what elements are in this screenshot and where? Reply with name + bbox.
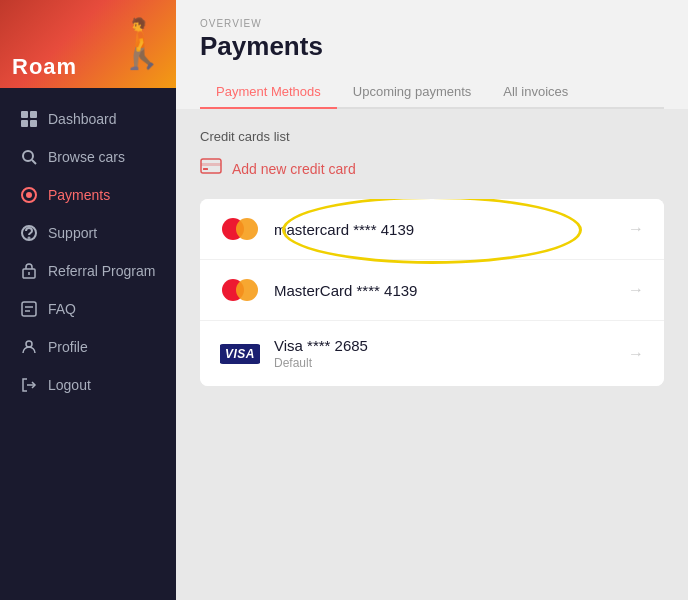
mastercard-logo-2 bbox=[220, 276, 260, 304]
mc-orange-circle bbox=[236, 218, 258, 240]
section-label: Credit cards list bbox=[200, 129, 664, 144]
card-info-1: mastercard **** 4139 bbox=[274, 221, 628, 238]
card-item-wrapper-highlighted: mastercard **** 4139 → bbox=[200, 199, 664, 260]
svg-rect-12 bbox=[22, 302, 36, 316]
profile-icon bbox=[20, 338, 38, 356]
sidebar-logo: Roam bbox=[12, 54, 77, 80]
card-name-3: Visa **** 2685 bbox=[274, 337, 628, 354]
sidebar: 🚶 Roam Dashboard Browse car bbox=[0, 0, 176, 600]
tab-payment-methods[interactable]: Payment Methods bbox=[200, 76, 337, 109]
svg-point-7 bbox=[26, 192, 32, 198]
add-card-row[interactable]: Add new credit card bbox=[200, 158, 664, 179]
card-info-2: MasterCard **** 4139 bbox=[274, 282, 628, 299]
sidebar-item-profile[interactable]: Profile bbox=[0, 328, 176, 366]
tab-upcoming-payments[interactable]: Upcoming payments bbox=[337, 76, 488, 109]
overview-label: OVERVIEW bbox=[200, 18, 664, 29]
svg-rect-2 bbox=[21, 120, 28, 127]
card-sub-3: Default bbox=[274, 356, 628, 370]
faq-icon bbox=[20, 300, 38, 318]
sidebar-hero: 🚶 Roam bbox=[0, 0, 176, 88]
main-content: OVERVIEW Payments Payment Methods Upcomi… bbox=[176, 0, 688, 600]
add-card-label: Add new credit card bbox=[232, 161, 356, 177]
svg-rect-19 bbox=[203, 168, 208, 170]
svg-rect-1 bbox=[30, 111, 37, 118]
visa-logo: VISA bbox=[220, 340, 260, 368]
svg-point-4 bbox=[23, 151, 33, 161]
sidebar-item-logout[interactable]: Logout bbox=[0, 366, 176, 404]
grid-icon bbox=[20, 110, 38, 128]
main-body: Credit cards list Add new credit card bbox=[176, 109, 688, 406]
card-item-mastercard-lower[interactable]: mastercard **** 4139 → bbox=[200, 199, 664, 260]
svg-point-9 bbox=[29, 238, 30, 239]
card-name-2: MasterCard **** 4139 bbox=[274, 282, 628, 299]
card-info-3: Visa **** 2685 Default bbox=[274, 337, 628, 370]
card-name-1: mastercard **** 4139 bbox=[274, 221, 628, 238]
card-arrow-1: → bbox=[628, 220, 644, 238]
svg-point-15 bbox=[26, 341, 32, 347]
sidebar-item-profile-label: Profile bbox=[48, 339, 88, 355]
svg-rect-0 bbox=[21, 111, 28, 118]
support-icon bbox=[20, 224, 38, 242]
sidebar-item-dashboard-label: Dashboard bbox=[48, 111, 117, 127]
tab-all-invoices[interactable]: All invoices bbox=[487, 76, 584, 109]
tabs-bar: Payment Methods Upcoming payments All in… bbox=[200, 76, 664, 109]
card-arrow-3: → bbox=[628, 345, 644, 363]
search-icon bbox=[20, 148, 38, 166]
payments-icon bbox=[20, 186, 38, 204]
sidebar-navigation: Dashboard Browse cars Payments bbox=[0, 88, 176, 600]
sidebar-item-referral-label: Referral Program bbox=[48, 263, 155, 279]
sidebar-item-logout-label: Logout bbox=[48, 377, 91, 393]
sidebar-item-referral[interactable]: Referral Program bbox=[0, 252, 176, 290]
sidebar-item-faq[interactable]: FAQ bbox=[0, 290, 176, 328]
sidebar-item-browse-cars[interactable]: Browse cars bbox=[0, 138, 176, 176]
visa-logo-text: VISA bbox=[220, 344, 260, 364]
card-item-visa[interactable]: VISA Visa **** 2685 Default → bbox=[200, 321, 664, 386]
sidebar-item-support[interactable]: Support bbox=[0, 214, 176, 252]
logout-icon bbox=[20, 376, 38, 394]
hero-illustration: 🚶 bbox=[112, 16, 172, 72]
sidebar-item-support-label: Support bbox=[48, 225, 97, 241]
svg-rect-18 bbox=[201, 163, 221, 166]
card-list: mastercard **** 4139 → MasterCard **** 4… bbox=[200, 199, 664, 386]
sidebar-item-dashboard[interactable]: Dashboard bbox=[0, 100, 176, 138]
credit-card-icon bbox=[200, 158, 222, 179]
svg-line-5 bbox=[32, 160, 36, 164]
mastercard-logo-1 bbox=[220, 215, 260, 243]
card-item-mastercard-upper[interactable]: MasterCard **** 4139 → bbox=[200, 260, 664, 321]
sidebar-item-browse-cars-label: Browse cars bbox=[48, 149, 125, 165]
page-title: Payments bbox=[200, 31, 664, 62]
referral-icon bbox=[20, 262, 38, 280]
page-header: OVERVIEW Payments Payment Methods Upcomi… bbox=[176, 0, 688, 109]
sidebar-item-faq-label: FAQ bbox=[48, 301, 76, 317]
mc-orange-circle-2 bbox=[236, 279, 258, 301]
sidebar-item-payments[interactable]: Payments bbox=[0, 176, 176, 214]
card-arrow-2: → bbox=[628, 281, 644, 299]
sidebar-item-payments-label: Payments bbox=[48, 187, 110, 203]
svg-rect-3 bbox=[30, 120, 37, 127]
